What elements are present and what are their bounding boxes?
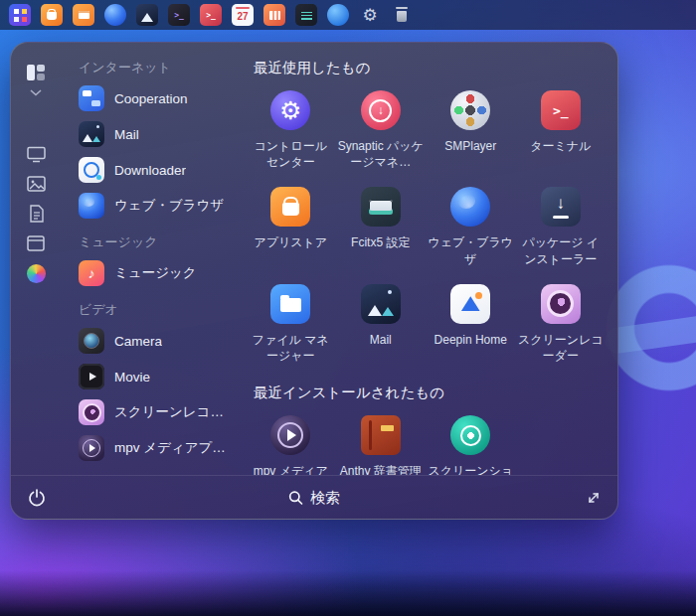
app-fcitx5-settings[interactable]: Fcitx5 設定: [336, 178, 427, 274]
app-smplayer[interactable]: SMPlayer: [426, 81, 516, 178]
view-grid-icon[interactable]: [26, 63, 46, 82]
control-center-icon[interactable]: [359, 4, 381, 26]
sidebar-item-label: スクリーンレコーダー: [114, 403, 232, 421]
sidebar-item-downloader[interactable]: Downloader: [71, 152, 240, 188]
app-label: ファイル マネージャー: [248, 332, 334, 364]
category-documents-icon[interactable]: [29, 205, 44, 223]
app-label: Deepin Home: [435, 332, 507, 348]
calendar-icon[interactable]: 27: [232, 4, 254, 26]
browser-icon: [450, 187, 490, 227]
fcitx5-icon: [361, 187, 401, 227]
anthy-dictionary-icon: [361, 415, 401, 455]
mail-icon: [79, 121, 104, 147]
deepin-home-icon: [450, 284, 490, 324]
sidebar-item-label: mpv メディアプレイ…: [114, 439, 232, 457]
mail-icon[interactable]: [136, 4, 158, 26]
synaptic-icon: [361, 90, 401, 130]
category-monitor-icon[interactable]: [27, 146, 46, 163]
sidebar-item-web-browser[interactable]: ウェブ・ブラウザ: [71, 188, 240, 224]
mpv-icon: [270, 415, 310, 455]
package-box-icon[interactable]: [73, 4, 94, 26]
terminal-icon[interactable]: [168, 4, 190, 26]
sidebar-item-mpv[interactable]: mpv メディアプレイ…: [71, 430, 240, 466]
taskbar: 27: [0, 0, 696, 30]
sidebar-item-movie[interactable]: Movie: [71, 359, 240, 394]
search-button[interactable]: 検索: [288, 488, 340, 507]
sidebar-item-music[interactable]: ミュージック: [71, 255, 240, 291]
text-editor-icon[interactable]: [295, 4, 317, 26]
browser-icon[interactable]: [104, 4, 126, 26]
app-screen-recorder[interactable]: スクリーンレコーダー: [516, 275, 607, 372]
app-screenshot[interactable]: スクリーンショット: [426, 406, 516, 475]
smplayer-icon: [450, 90, 490, 130]
browser-icon: [79, 193, 104, 219]
music-icon: [79, 260, 104, 286]
app-label: コントロール センター: [248, 138, 334, 170]
app-terminal[interactable]: ターミナル: [516, 81, 607, 178]
screen-recorder-icon: [541, 284, 581, 324]
camera-icon: [79, 328, 104, 354]
search-label: 検索: [310, 488, 340, 507]
app-label: mpv メディア プレイヤー: [248, 463, 334, 475]
app-mpv[interactable]: mpv メディア プレイヤー: [246, 406, 336, 475]
mail-icon: [361, 284, 401, 324]
app-store-icon: [270, 187, 310, 227]
app-app-store[interactable]: アプリストア: [246, 178, 336, 274]
terminal-root-icon[interactable]: [200, 4, 222, 26]
app-label: スクリーンショット: [428, 463, 514, 475]
app-mail[interactable]: Mail: [336, 275, 427, 372]
sidebar-item-label: Downloader: [114, 163, 186, 178]
cooperation-icon: [79, 85, 104, 111]
sidebar-item-label: Cooperation: [114, 91, 188, 106]
file-manager-icon: [270, 284, 310, 324]
sidebar-item-mail[interactable]: Mail: [71, 116, 240, 152]
app-label: Synaptic パッケージマネ…: [338, 138, 425, 170]
recent-used-grid: コントロール センター Synaptic パッケージマネ… SMPlayer タ…: [246, 81, 606, 372]
category-windows-icon[interactable]: [27, 235, 45, 251]
app-file-manager[interactable]: ファイル マネージャー: [246, 275, 336, 372]
files-icon[interactable]: [263, 4, 285, 26]
trash-icon[interactable]: [391, 4, 413, 26]
sidebar-item-label: Movie: [114, 370, 150, 385]
launcher-bottom-bar: 検索: [11, 475, 617, 519]
screenshot-icon: [450, 415, 490, 455]
category-pictures-icon[interactable]: [27, 176, 46, 192]
app-web-browser[interactable]: ウェブ・ブラウザ: [426, 178, 516, 274]
app-package-installer[interactable]: パッケージ インストーラー: [516, 178, 607, 274]
app-label: ウェブ・ブラウザ: [428, 234, 514, 266]
recent-installed-grid: mpv メディア プレイヤー Anthy 辞書管理 スクリーンショット: [246, 406, 606, 475]
section-title-recent-installed: 最近インストールされたもの: [254, 384, 606, 402]
app-deepin-home[interactable]: Deepin Home: [426, 275, 516, 372]
sidebar-section-music: ミュージック: [79, 233, 240, 251]
power-icon[interactable]: [27, 488, 47, 508]
launcher-sidebar: インターネット Cooperation Mail Downloader ウェブ・…: [61, 43, 244, 475]
app-label: ターミナル: [530, 138, 591, 154]
app-synaptic[interactable]: Synaptic パッケージマネ…: [336, 81, 427, 178]
launcher-icon[interactable]: [9, 4, 31, 26]
downloader-icon: [79, 157, 104, 183]
app-control-center[interactable]: コントロール センター: [246, 81, 336, 178]
app-store-icon[interactable]: [41, 4, 63, 26]
expand-icon[interactable]: [586, 490, 602, 506]
sidebar-item-screen-recorder[interactable]: スクリーンレコーダー: [71, 394, 240, 430]
sidebar-item-cooperation[interactable]: Cooperation: [71, 80, 240, 116]
app-label: パッケージ インストーラー: [518, 234, 605, 266]
movie-icon: [79, 364, 104, 389]
search-icon: [288, 490, 303, 505]
app-anthy[interactable]: Anthy 辞書管理: [336, 406, 427, 475]
app-label: Mail: [370, 332, 392, 348]
sidebar-section-video: ビデオ: [79, 301, 240, 319]
calendar-day: 27: [237, 11, 248, 22]
terminal-icon: [541, 90, 581, 130]
app-label: スクリーンレコーダー: [518, 332, 605, 364]
chevron-down-icon[interactable]: [30, 89, 42, 96]
mpv-icon: [79, 435, 104, 461]
sidebar-item-label: ウェブ・ブラウザ: [114, 197, 224, 215]
deepin-home-icon[interactable]: [327, 4, 349, 26]
control-center-icon: [270, 90, 310, 130]
screen-recorder-icon: [79, 399, 104, 425]
app-launcher-panel: インターネット Cooperation Mail Downloader ウェブ・…: [10, 42, 618, 520]
sidebar-item-camera[interactable]: Camera: [71, 323, 240, 359]
app-label: Fcitx5 設定: [351, 234, 410, 250]
category-globe-icon[interactable]: [27, 264, 46, 283]
